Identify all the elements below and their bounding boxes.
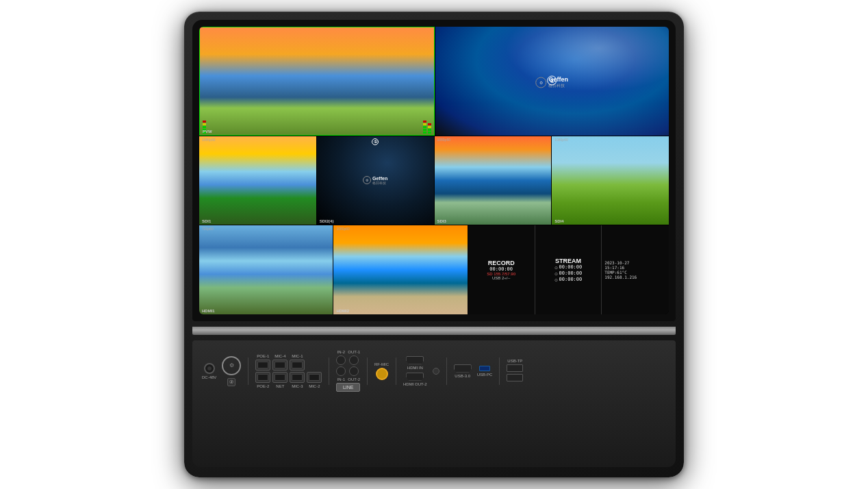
port-rf-mic: RF-MIC	[374, 362, 389, 380]
port-usb-pc: USB-TP	[507, 359, 523, 372]
stream-row-3: ⊙ 00:00:00	[554, 277, 583, 282]
vu-left	[203, 27, 206, 135]
in-out-bottom: IN-1 OUT-2	[336, 366, 360, 381]
dot-btn-port[interactable]	[433, 368, 439, 375]
poe1-port	[255, 360, 270, 371]
net-label: NET	[276, 384, 284, 388]
stream-time-1: 00:00:00	[559, 264, 583, 270]
port-in2: IN-2	[336, 350, 346, 365]
pvw-image	[200, 27, 434, 135]
screen-bezel: PVW ① ⚙	[192, 20, 676, 321]
stream-title: STREAM	[555, 258, 581, 264]
port-usb-tp	[507, 374, 523, 383]
usb30-label: USB-PC	[477, 373, 493, 377]
port-hdmi-out2: HDMI OUT-2	[403, 373, 427, 386]
info-temp: TEMP:61°C	[604, 270, 666, 275]
connectors-row: DC-48V ⚙ ② POE-1	[202, 346, 666, 393]
mic3-top-label: MIC-4	[275, 354, 285, 358]
mic1-port	[290, 360, 305, 371]
usb-label: USB	[492, 276, 500, 280]
device: PVW ① ⚙	[184, 12, 684, 477]
port-mic2: MIC-2	[307, 372, 322, 388]
multiview-row-1: PVW ① ⚙	[199, 27, 669, 136]
hdmi1-image	[199, 225, 333, 314]
poe-row-bottom: POE-2 NET MIC-3 MIC-2	[255, 372, 322, 388]
poe-net-group: POE-1 MIC-4 MIC-1	[255, 354, 322, 388]
device-shell: PVW ① ⚙	[184, 12, 684, 477]
sdi2-image: ⚙ Geffen 格芬科技 ①	[317, 136, 434, 225]
sdi2-brand: Geffen	[372, 176, 387, 181]
channel-badge: ①	[547, 76, 557, 86]
record-time: 00:00:00	[489, 266, 513, 272]
rf-port	[376, 368, 388, 380]
poe2-port	[255, 372, 270, 383]
net-port	[272, 372, 288, 383]
poe-row-top: POE-1 MIC-4 MIC-1	[255, 354, 322, 371]
port-dot	[433, 368, 439, 375]
hdmi-in-port	[406, 356, 424, 364]
port-usb30: USB-PC	[477, 366, 493, 377]
mic1-top-label: MIC-1	[292, 354, 303, 358]
hdmi1-label: HDMI1	[202, 309, 215, 313]
separator-6	[499, 358, 500, 385]
poe1-label: POE-1	[257, 354, 269, 358]
mic4-port	[290, 372, 305, 383]
dc-label: DC-48V	[202, 375, 216, 379]
vu-bar-3	[428, 27, 431, 134]
dc-port	[204, 363, 215, 374]
port-hdmi-out1: USB-3.0	[454, 364, 472, 378]
stream-times: ⊙ 00:00:00 ⊙ 00:00:00	[554, 264, 583, 282]
in-out-group: IN-2 OUT-1 IN-1	[336, 350, 360, 392]
stand-bar	[192, 327, 676, 335]
hdmi-out2-port	[406, 373, 424, 381]
hdmi2-image	[333, 225, 467, 314]
in-out-top: IN-2 OUT-1	[336, 350, 360, 365]
in2-label: IN-2	[337, 350, 345, 354]
separator-2	[329, 358, 329, 385]
monitor-section: PVW ① ⚙	[192, 20, 676, 321]
separator-3	[367, 358, 368, 385]
mic4-label: MIC-3	[292, 384, 303, 388]
geffen-logo-small-group: ⚙ ②	[222, 356, 241, 386]
in2-port	[336, 355, 346, 365]
port-mic1-top: MIC-1	[290, 354, 305, 371]
hdmi2-label: HDMI2	[336, 309, 349, 313]
usb30-port	[479, 366, 490, 371]
hdmi-group-1: HDMI IN HDMI OUT-2	[403, 356, 427, 386]
info-time: 15:17:16	[604, 265, 666, 270]
sdi3-label: SDI3	[437, 219, 446, 223]
usb-tp-port	[507, 374, 523, 381]
hdmi-in-label: HDMI IN	[407, 366, 423, 370]
cell-sdi1: 1080p60 SDI1	[199, 136, 316, 225]
vu-right	[423, 27, 431, 135]
usb-pc-port	[507, 364, 523, 372]
poe2-label: POE-2	[257, 384, 269, 388]
line-label: LINE	[340, 385, 357, 390]
stream-row-2: ⊙ 00:00:00	[554, 271, 583, 276]
status-info: 2023-10-27 15:17:16 TEMP:61°C 192.168.1.…	[602, 225, 669, 314]
separator-4	[396, 358, 396, 385]
cell-sdi3: 1080p60 SDI3	[435, 136, 552, 225]
sdi1-image	[199, 136, 316, 225]
hdmi1-res: 720p60	[202, 227, 214, 231]
stream-time-3: 00:00:00	[559, 277, 583, 282]
cell-hdmi2: 1080p60 HDMI2	[333, 225, 467, 314]
separator-5	[446, 358, 447, 385]
hdmi-out1-label: USB-3.0	[455, 374, 470, 378]
geffen-logo-small: ⚙	[222, 356, 241, 375]
usb-value: 2+/--	[502, 276, 511, 280]
screen: PVW ① ⚙	[199, 27, 669, 314]
usb-pc-label: USB-TP	[507, 359, 522, 363]
mic3-port	[272, 360, 288, 371]
record-title: RECORD	[488, 260, 515, 266]
port-out1: OUT-1	[348, 350, 360, 365]
multiview: PVW ① ⚙	[199, 27, 669, 314]
mic2-port	[307, 372, 322, 383]
vu-bar-1	[203, 27, 206, 134]
stream-time-2: 00:00:00	[559, 271, 583, 276]
small-button[interactable]: ②	[227, 378, 235, 386]
out2-label: OUT-2	[348, 377, 360, 381]
cell-hdmi1: 720p60 HDMI1	[199, 225, 333, 314]
sdi1-res: 1080p60	[202, 138, 215, 142]
port-dc48v: DC-48V	[202, 363, 216, 379]
